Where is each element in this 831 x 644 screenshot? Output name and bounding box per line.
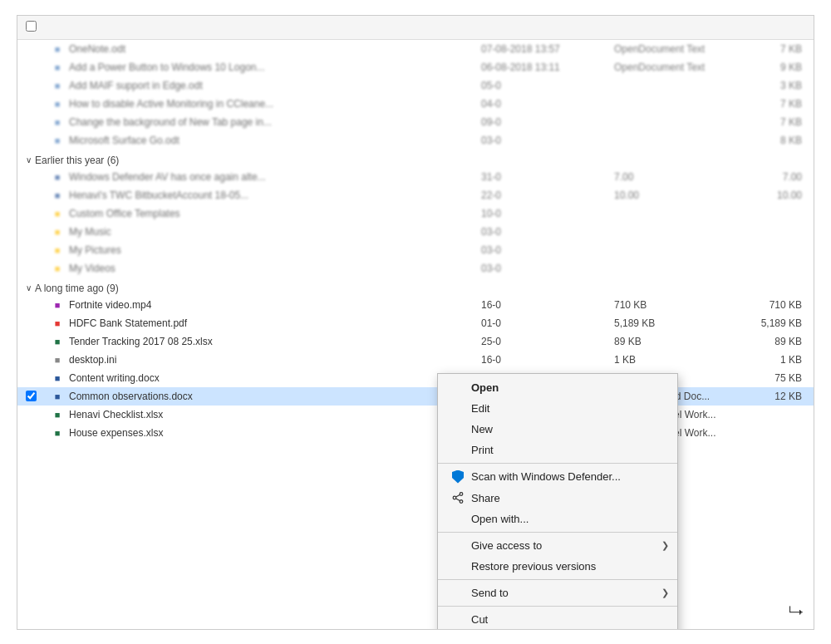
menu-item-label: Send to (471, 587, 509, 599)
header-checkbox[interactable] (26, 21, 51, 34)
list-item[interactable]: ■ My Pictures 03-0 (17, 241, 814, 259)
file-name: ■ desktop.ini (51, 353, 481, 366)
file-name: ■ Tender Tracking 2017 08 25.xlsx (51, 335, 481, 348)
menu-item-label: Cut (471, 613, 488, 626)
menu-item-icon (450, 492, 466, 504)
context-menu-item-edit[interactable]: Edit (438, 398, 677, 419)
file-name: ■ HDFC Bank Statement.pdf (51, 317, 481, 330)
menu-item-label: New (471, 423, 493, 435)
file-type-icon: ■ (51, 225, 64, 238)
file-type-icon: ■ (51, 243, 64, 257)
file-name: ■ Change the background of New Tab page … (51, 116, 481, 129)
svg-line-3 (456, 494, 460, 497)
svg-point-0 (460, 493, 463, 496)
list-item[interactable]: ■ Add MAIF support in Edge.odt 05-0 3 KB (17, 76, 814, 95)
file-name: ■ Custom Office Templates (51, 207, 481, 220)
list-item[interactable]: ■ HDFC Bank Statement.pdf 01-0 5,189 KB … (17, 314, 814, 332)
context-menu-item-share[interactable]: Share (438, 488, 677, 509)
file-name: ■ Windows Defender AV has once again alt… (51, 170, 481, 184)
list-item[interactable]: ■ My Videos 03-0 (17, 259, 814, 278)
menu-item-icon (450, 470, 466, 484)
file-icon: ■ (51, 134, 64, 147)
file-name: ■ House expenses.xlsx (51, 426, 481, 440)
file-name: ■ Henavi Checklist.xlsx (51, 408, 481, 421)
svg-point-1 (460, 500, 463, 504)
file-type-icon: ■ (51, 298, 64, 312)
file-name: ■ My Videos (51, 262, 481, 275)
menu-item-label: Give access to (471, 539, 542, 552)
list-item[interactable]: ■ OneNote.odt 07-08-2018 13:57 OpenDocum… (17, 40, 814, 58)
file-name: ■ Microsoft Surface Go.odt (51, 134, 481, 147)
list-item[interactable]: ■ My Music 03-0 (17, 223, 814, 241)
file-type-icon: ■ (51, 390, 64, 403)
file-type-icon: ■ (51, 335, 64, 348)
list-item[interactable]: ■ Common observations.docx 20-05-2017 23… (17, 387, 814, 406)
file-icon: ■ (51, 42, 64, 56)
list-item[interactable]: ■ Microsoft Surface Go.odt 03-0 8 KB (17, 131, 814, 150)
top-files-group: ■ OneNote.odt 07-08-2018 13:57 OpenDocum… (17, 40, 814, 150)
share-icon (452, 492, 464, 504)
file-name: ■ My Music (51, 225, 481, 238)
file-icon: ■ (51, 79, 64, 92)
file-explorer: ■ OneNote.odt 07-08-2018 13:57 OpenDocum… (17, 15, 814, 630)
context-menu-item-give-access-to[interactable]: Give access to❯ (438, 535, 677, 556)
file-name: ■ Add MAIF support in Edge.odt (51, 79, 481, 92)
menu-item-label: Print (471, 444, 494, 456)
context-menu-item-print[interactable]: Print (438, 440, 677, 460)
menu-item-label: Open with... (471, 513, 529, 525)
file-name: ■ How to disable Active Monitoring in CC… (51, 97, 481, 111)
list-item[interactable]: ■ Custom Office Templates 10-0 (17, 204, 814, 223)
column-header (17, 16, 814, 40)
file-type-icon: ■ (51, 170, 64, 184)
list-item[interactable]: ■ Henavi's TWC BitbucketAccount 18-05...… (17, 186, 814, 204)
menu-item-label: Share (471, 492, 500, 504)
list-item[interactable]: ■ Content writing.docx 05-0 75 KB 75 KB (17, 369, 814, 387)
menu-item-label: Restore previous versions (471, 560, 596, 573)
menu-item-label: Edit (471, 402, 489, 415)
file-icon: ■ (51, 116, 64, 129)
defender-icon (452, 470, 464, 484)
file-name: ■ Fortnite video.mp4 (51, 298, 481, 312)
list-item[interactable]: ■ How to disable Active Monitoring in CC… (17, 95, 814, 113)
context-menu-item-open[interactable]: Open (438, 377, 677, 398)
list-item[interactable]: ■ Add a Power Button to Windows 10 Logon… (17, 58, 814, 76)
context-menu-item-cut[interactable]: Cut (438, 609, 677, 630)
submenu-arrow: ❯ (661, 587, 669, 598)
group-header-0[interactable]: ∨ Earlier this year (6) (17, 150, 814, 168)
file-type-icon: ■ (51, 371, 64, 385)
file-name: ■ OneNote.odt (51, 42, 481, 56)
chevron-icon: ∨ (26, 155, 32, 165)
file-type-icon: ■ (51, 408, 64, 421)
file-icon: ■ (51, 97, 64, 111)
file-name: ■ Henavi's TWC BitbucketAccount 18-05... (51, 189, 481, 202)
context-menu-item-new[interactable]: New (438, 419, 677, 440)
svg-line-4 (456, 499, 460, 501)
chevron-icon: ∨ (26, 283, 32, 293)
menu-item-label: Open (471, 381, 499, 394)
file-name: ■ Common observations.docx (51, 390, 481, 403)
file-type-icon: ■ (51, 317, 64, 330)
list-item[interactable]: ■ desktop.ini 16-0 1 KB 1 KB (17, 351, 814, 369)
menu-separator (438, 532, 677, 533)
list-item[interactable]: ■ Change the background of New Tab page … (17, 113, 814, 131)
context-menu-item-scan-with-windows-defender[interactable]: Scan with Windows Defender... (438, 466, 677, 488)
file-type-icon: ■ (51, 207, 64, 220)
list-item[interactable]: ■ Henavi Checklist.xlsx 26-01-2017 10:00… (17, 406, 814, 424)
mouse-cursor: ⮡ (789, 605, 804, 622)
context-menu: OpenEditNewPrintScan with Windows Defend… (437, 373, 678, 630)
context-menu-item-restore-previous-versions[interactable]: Restore previous versions (438, 556, 677, 577)
file-type-icon: ■ (51, 353, 64, 366)
row-checkbox[interactable] (26, 391, 51, 401)
context-menu-item-send-to[interactable]: Send to❯ (438, 583, 677, 603)
menu-separator (438, 579, 677, 580)
file-name: ■ Content writing.docx (51, 371, 481, 385)
context-menu-item-open-with[interactable]: Open with... (438, 509, 677, 529)
group-long-time-ago: ∨ A long time ago (9) ■ Fortnite video.m… (17, 278, 814, 442)
list-item[interactable]: ■ House expenses.xlsx 21-11-2016 21:45 M… (17, 424, 814, 442)
group-header-1[interactable]: ∨ A long time ago (9) (17, 278, 814, 296)
list-item[interactable]: ■ Fortnite video.mp4 16-0 710 KB 710 KB (17, 296, 814, 314)
file-type-icon: ■ (51, 426, 64, 440)
list-item[interactable]: ■ Tender Tracking 2017 08 25.xlsx 25-0 8… (17, 332, 814, 351)
list-item[interactable]: ■ Windows Defender AV has once again alt… (17, 168, 814, 186)
file-name: ■ My Pictures (51, 243, 481, 257)
